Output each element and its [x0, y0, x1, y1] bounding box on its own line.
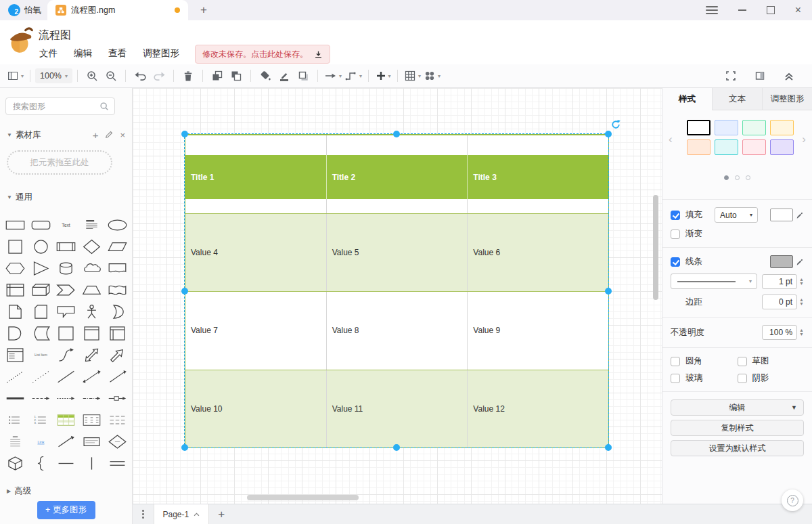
delete-button[interactable]	[179, 67, 198, 85]
shape-or-icon[interactable]	[104, 301, 130, 322]
shape-parallelogram-icon[interactable]	[104, 236, 130, 257]
zoom-out-button[interactable]	[102, 67, 120, 85]
edit-material-icon[interactable]	[105, 131, 113, 139]
shape-heading-text-icon[interactable]	[79, 214, 105, 236]
shape-search-box[interactable]	[5, 97, 115, 115]
shape-bordered-table-icon[interactable]	[79, 409, 105, 431]
line-color-button[interactable]	[275, 67, 294, 85]
resize-handle-ne[interactable]	[605, 131, 612, 137]
shadow-checkbox[interactable]	[738, 374, 747, 383]
eyedropper-icon[interactable]	[796, 258, 804, 266]
shape-rounded-rectangle-icon[interactable]	[28, 214, 54, 236]
table-cell[interactable]: Value 6	[467, 214, 608, 292]
resize-handle-w[interactable]	[181, 288, 188, 294]
resize-handle-nw[interactable]	[181, 131, 188, 137]
shape-ellipse-icon[interactable]	[104, 214, 130, 236]
table-cell[interactable]: Value 12	[467, 370, 608, 448]
new-tab-button[interactable]: +	[195, 0, 212, 20]
style-swatch[interactable]	[742, 120, 766, 135]
shape-bidirectional-connector-icon[interactable]	[79, 366, 105, 387]
add-page-button[interactable]: +	[209, 508, 233, 521]
shape-dashed-edge-icon[interactable]	[28, 387, 54, 409]
spin-down-icon[interactable]: ▼	[799, 282, 804, 286]
table-cell[interactable]: Value 9	[467, 292, 608, 370]
swatch-page-dot[interactable]	[724, 175, 729, 180]
material-dropzone[interactable]: 把元素拖至此处	[7, 150, 112, 175]
shape-actor-icon[interactable]	[79, 301, 105, 322]
menu-view[interactable]: 查看	[108, 47, 127, 60]
table-cell[interactable]: Value 8	[326, 292, 468, 370]
resize-handle-se[interactable]	[605, 444, 612, 451]
more-shapes-button[interactable]: + 更多图形	[37, 501, 95, 519]
shape-dotted-edge-icon[interactable]	[53, 387, 79, 409]
shape-data-storage-icon[interactable]	[28, 322, 54, 344]
connector-style-button[interactable]: ▾	[343, 67, 363, 85]
shape-link-icon[interactable]: Link	[28, 431, 54, 452]
table-shape[interactable]: Title 1Title 2Title 3Value 1Value 2Value…	[185, 134, 609, 448]
send-to-back-button[interactable]	[227, 67, 246, 85]
advanced-shapes-section[interactable]: ▶ 高级	[0, 483, 132, 498]
material-library-section[interactable]: ▼ 素材库 + ×	[0, 127, 132, 142]
redo-button[interactable]	[150, 67, 168, 85]
close-button[interactable]: ×	[795, 5, 801, 16]
shape-hexagon-icon[interactable]	[3, 257, 28, 279]
shape-line-icon[interactable]	[53, 366, 79, 387]
swatch-page-dot[interactable]	[735, 175, 740, 180]
line-color-chip[interactable]	[770, 255, 793, 268]
edit-style-button[interactable]: 编辑 ▼	[671, 399, 804, 416]
table-cell[interactable]: Value 5	[326, 214, 468, 292]
shape-curve-icon[interactable]	[53, 344, 79, 366]
style-swatch[interactable]	[742, 139, 766, 155]
margin-value[interactable]: 0 pt	[762, 294, 797, 309]
swatch-next-icon[interactable]: ›	[802, 133, 806, 145]
shape-text-icon[interactable]: Text	[53, 214, 79, 236]
table-cell[interactable]: Value 7	[185, 292, 326, 370]
resize-handle-s[interactable]	[393, 444, 400, 451]
table-header-cell[interactable]: Title 3	[467, 155, 608, 199]
file-tab[interactable]: 流程图.ngm	[47, 0, 188, 20]
shape-plain-table-icon[interactable]	[104, 409, 130, 431]
table-cell[interactable]: Value 10	[185, 370, 326, 448]
shape-trapezoid-icon[interactable]	[79, 279, 105, 301]
line-width-spinner[interactable]: 1 pt ▲▼	[762, 274, 804, 289]
fullscreen-button[interactable]	[721, 67, 740, 85]
arrow-style-button[interactable]: ▾	[323, 67, 343, 85]
style-swatch[interactable]	[715, 139, 738, 155]
line-style-select[interactable]: ▾	[671, 274, 757, 289]
rotate-handle-icon[interactable]	[610, 119, 621, 130]
gradient-checkbox[interactable]	[671, 230, 680, 239]
undo-button[interactable]	[131, 67, 150, 85]
spin-down-icon[interactable]: ▼	[799, 302, 804, 306]
shape-horizontal-container-icon[interactable]	[104, 322, 130, 344]
style-swatch[interactable]	[687, 139, 710, 155]
set-default-style-button[interactable]: 设置为默认样式	[671, 440, 804, 456]
canvas-vertical-scrollbar[interactable]	[653, 195, 658, 300]
shape-double-line-icon[interactable]	[104, 452, 130, 474]
fill-color-button[interactable]	[256, 67, 275, 85]
shape-and-icon[interactable]	[3, 322, 28, 344]
minimize-button[interactable]	[738, 9, 746, 11]
add-material-icon[interactable]: +	[93, 129, 99, 141]
shape-document-icon[interactable]	[104, 257, 130, 279]
shape-arrow-icon[interactable]	[104, 344, 130, 366]
opacity-value[interactable]: 100 %	[762, 325, 797, 340]
menu-edit[interactable]: 编辑	[74, 47, 92, 60]
menu-arrange[interactable]: 调整图形	[143, 47, 179, 60]
shape-process-icon[interactable]	[53, 236, 79, 257]
style-swatch[interactable]	[715, 120, 738, 135]
shape-labeled-diamond-icon[interactable]	[104, 431, 130, 452]
shape-cylinder-icon[interactable]	[53, 257, 79, 279]
opacity-spinner[interactable]: 100 % ▲▼	[762, 325, 804, 340]
fill-checkbox[interactable]	[671, 211, 680, 220]
app-logo[interactable]: 2 怡氧	[0, 4, 49, 16]
shape-bidirectional-arrow-icon[interactable]	[79, 344, 105, 366]
style-swatch[interactable]	[770, 139, 794, 155]
shape-search-input[interactable]	[12, 101, 99, 112]
help-button[interactable]: ?	[782, 489, 803, 511]
view-layout-button[interactable]: ▾	[5, 67, 25, 85]
glass-checkbox[interactable]	[671, 374, 680, 383]
shape-curly-brace-icon[interactable]	[28, 452, 54, 474]
shape-bold-line-icon[interactable]	[3, 387, 28, 409]
zoom-in-button[interactable]	[83, 67, 102, 85]
zoom-level-dropdown[interactable]: 100% ▾	[35, 68, 72, 83]
